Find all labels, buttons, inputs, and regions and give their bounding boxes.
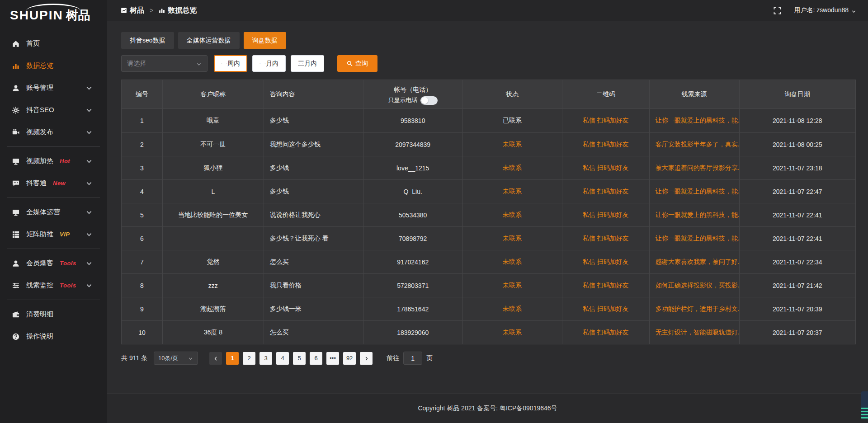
sidebar-item-label: 首页 bbox=[26, 39, 40, 48]
fullscreen-icon[interactable] bbox=[774, 7, 781, 14]
cell-account: 9583810 bbox=[363, 109, 463, 132]
sidebar-item-会员爆客[interactable]: 会员爆客Tools bbox=[0, 252, 107, 274]
source-link[interactable]: 让你一眼就爱上的黑科技，能... bbox=[650, 179, 740, 203]
sidebar-item-label: 会员爆客 bbox=[26, 259, 53, 268]
qrcode-link[interactable]: 私信 扫码加好友 bbox=[562, 156, 650, 179]
sidebar-item-抖音SEO[interactable]: 抖音SEO bbox=[0, 99, 107, 121]
page-button-92[interactable]: 92 bbox=[343, 352, 356, 365]
topbar-right: 用户名: zswodun88 bbox=[774, 6, 856, 14]
cell-content: 多少钱一米 bbox=[264, 297, 363, 320]
table-row: 1哦章多少钱9583810已联系私信 扫码加好友让你一眼就爱上的黑科技，能...… bbox=[122, 109, 855, 132]
breadcrumb-item-current: 数据总览 bbox=[168, 6, 197, 15]
more-pages-button[interactable]: ••• bbox=[326, 352, 339, 365]
status-badge: 未联系 bbox=[463, 203, 562, 226]
search-icon bbox=[347, 61, 353, 66]
qrcode-link[interactable]: 私信 扫码加好友 bbox=[562, 179, 650, 203]
question-icon bbox=[12, 333, 19, 340]
wallet-icon bbox=[12, 311, 19, 318]
cell-account: 572803371 bbox=[363, 273, 463, 297]
cell-no: 9 bbox=[122, 297, 163, 320]
sidebar-item-视频发布[interactable]: 视频发布 bbox=[0, 121, 107, 143]
sidebar: SHUPIN 树品 首页数据总览账号管理抖音SEO视频发布视频加热Hot抖客通N… bbox=[0, 0, 107, 423]
range-group: 一周内一月内三月内 bbox=[214, 55, 324, 72]
qrcode-link[interactable]: 私信 扫码加好友 bbox=[562, 273, 650, 297]
cell-date: 2021-11-07 23:18 bbox=[740, 156, 855, 179]
source-link[interactable]: 让你一眼就爱上的黑科技，能... bbox=[650, 109, 740, 132]
page-size-select[interactable]: 10条/页 bbox=[154, 352, 198, 365]
range-button-一月内[interactable]: 一月内 bbox=[252, 55, 286, 72]
chevron-down-icon bbox=[85, 85, 93, 92]
home-icon bbox=[12, 40, 19, 47]
breadcrumb-item-home[interactable]: 树品 bbox=[130, 6, 144, 15]
sidebar-item-label: 线索监控 bbox=[26, 281, 53, 290]
status-badge: 未联系 bbox=[463, 320, 562, 344]
sidebar-item-消费明细[interactable]: 消费明细 bbox=[0, 303, 107, 325]
sidebar-item-数据总览[interactable]: 数据总览 bbox=[0, 55, 107, 77]
goto-page-input[interactable] bbox=[403, 352, 422, 365]
sidebar-item-label: 视频加热 bbox=[26, 157, 53, 165]
sidebar-item-label: 消费明细 bbox=[26, 310, 53, 319]
sidebar-item-首页[interactable]: 首页 bbox=[0, 33, 107, 55]
prev-page-button[interactable] bbox=[209, 352, 222, 365]
qrcode-link[interactable]: 私信 扫码加好友 bbox=[562, 297, 650, 320]
column-header: 询盘日期 bbox=[740, 80, 855, 109]
sidebar-item-账号管理[interactable]: 账号管理 bbox=[0, 77, 107, 99]
page-button-3[interactable]: 3 bbox=[259, 352, 272, 365]
floating-side-widget[interactable] bbox=[861, 391, 868, 419]
cell-account: 2097344839 bbox=[363, 132, 463, 156]
page-button-5[interactable]: 5 bbox=[293, 352, 306, 365]
qrcode-link[interactable]: 私信 扫码加好友 bbox=[562, 203, 650, 226]
chevron-down-icon bbox=[85, 158, 93, 165]
qrcode-link[interactable]: 私信 扫码加好友 bbox=[562, 226, 650, 250]
sidebar-item-操作说明[interactable]: 操作说明 bbox=[0, 325, 107, 348]
source-link[interactable]: 让你一眼就爱上的黑科技，能... bbox=[650, 226, 740, 250]
qrcode-link[interactable]: 私信 扫码加好友 bbox=[562, 132, 650, 156]
cell-account: 917024162 bbox=[363, 250, 463, 273]
sidebar-item-抖客通[interactable]: 抖客通New bbox=[0, 172, 107, 194]
range-button-一周内[interactable]: 一周内 bbox=[214, 55, 247, 72]
cell-date: 2021-11-07 22:47 bbox=[740, 179, 855, 203]
source-link[interactable]: 如何正确选择投影仪，买投影... bbox=[650, 273, 740, 297]
search-button[interactable]: 查询 bbox=[337, 55, 377, 72]
source-link[interactable]: 客厅安装投影半年多了，真实... bbox=[650, 132, 740, 156]
sidebar-item-视频加热[interactable]: 视频加热Hot bbox=[0, 150, 107, 172]
tab-抖音seo数据[interactable]: 抖音seo数据 bbox=[121, 32, 174, 49]
source-link[interactable]: 被大家追着问的客厅投影分享... bbox=[650, 156, 740, 179]
tab-bar: 抖音seo数据全媒体运营数据询盘数据 bbox=[121, 32, 856, 49]
qrcode-link[interactable]: 私信 扫码加好友 bbox=[562, 250, 650, 273]
sidebar-item-label: 账号管理 bbox=[26, 84, 53, 92]
user-menu[interactable]: 用户名: zswodun88 bbox=[794, 6, 856, 14]
user-icon bbox=[12, 85, 19, 92]
page-button-4[interactable]: 4 bbox=[276, 352, 289, 365]
sidebar-item-矩阵助推[interactable]: 矩阵助推VIP bbox=[0, 223, 107, 245]
page-button-2[interactable]: 2 bbox=[243, 352, 255, 365]
sliders-icon bbox=[12, 282, 19, 289]
sidebar-item-label: 全媒体运营 bbox=[26, 208, 60, 216]
source-link[interactable]: 让你一眼就爱上的黑科技，能... bbox=[650, 203, 740, 226]
cell-content: 怎么买 bbox=[264, 250, 363, 273]
qrcode-link[interactable]: 私信 扫码加好友 bbox=[562, 109, 650, 132]
sidebar-item-线索监控[interactable]: 线索监控Tools bbox=[0, 274, 107, 296]
topbar: 树品 > 数据总览 用户名: zswodun88 bbox=[107, 0, 868, 21]
chevron-right-icon bbox=[364, 356, 369, 361]
user-icon bbox=[12, 260, 19, 267]
footer: Copyright 树品 2021 备案号: 粤ICP备09019646号 bbox=[107, 393, 868, 423]
source-link[interactable]: 多功能护栏灯，适用于乡村文... bbox=[650, 297, 740, 320]
bar-chart-icon bbox=[12, 62, 19, 70]
sidebar-item-label: 操作说明 bbox=[26, 332, 53, 341]
source-link[interactable]: 感谢大家喜欢我家，被问了好... bbox=[650, 250, 740, 273]
filter-row: 请选择 一周内一月内三月内 查询 bbox=[121, 55, 856, 72]
qrcode-link[interactable]: 私信 扫码加好友 bbox=[562, 320, 650, 344]
next-page-button[interactable] bbox=[360, 352, 373, 365]
page-button-6[interactable]: 6 bbox=[310, 352, 322, 365]
tab-全媒体运营数据[interactable]: 全媒体运营数据 bbox=[178, 32, 240, 49]
filter-select[interactable]: 请选择 bbox=[121, 55, 208, 72]
filter-select-placeholder: 请选择 bbox=[127, 60, 146, 68]
phone-only-toggle[interactable] bbox=[420, 96, 438, 105]
page-button-1[interactable]: 1 bbox=[226, 352, 239, 365]
range-button-三月内[interactable]: 三月内 bbox=[291, 55, 324, 72]
sidebar-item-全媒体运营[interactable]: 全媒体运营 bbox=[0, 201, 107, 223]
bar-chart-icon bbox=[159, 7, 165, 14]
source-link[interactable]: 无主灯设计，智能磁吸轨道灯... bbox=[650, 320, 740, 344]
tab-询盘数据[interactable]: 询盘数据 bbox=[244, 32, 286, 49]
